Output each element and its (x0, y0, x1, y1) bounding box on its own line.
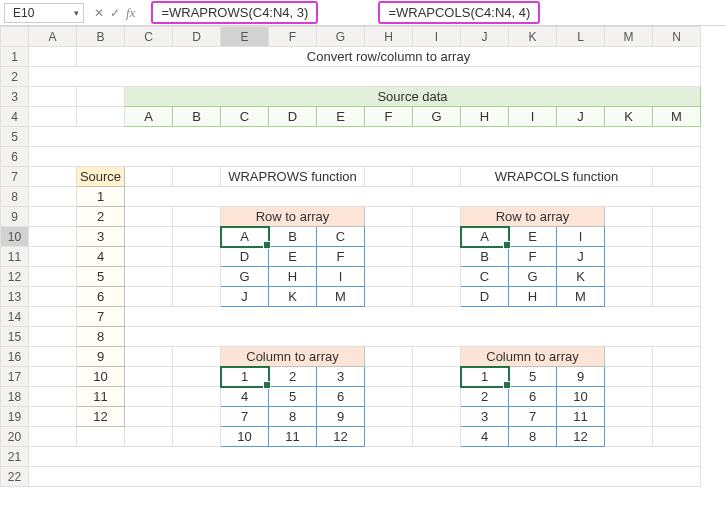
row-header[interactable]: 21 (1, 447, 29, 467)
source-col-header[interactable]: Source (77, 167, 125, 187)
result-cell[interactable]: 2 (269, 367, 317, 387)
select-all-corner[interactable] (1, 27, 29, 47)
result-cell[interactable]: 1 (461, 367, 509, 387)
source-row-cell[interactable]: D (269, 107, 317, 127)
result-cell[interactable]: B (269, 227, 317, 247)
col-header[interactable]: A (29, 27, 77, 47)
result-cell[interactable]: 5 (509, 367, 557, 387)
row-header[interactable]: 14 (1, 307, 29, 327)
enter-icon[interactable]: ✓ (110, 6, 120, 20)
source-col-cell[interactable]: 12 (77, 407, 125, 427)
source-col-cell[interactable]: 6 (77, 287, 125, 307)
result-cell[interactable]: 8 (509, 427, 557, 447)
row-header[interactable]: 1 (1, 47, 29, 67)
result-cell[interactable]: B (461, 247, 509, 267)
result-cell[interactable]: 3 (461, 407, 509, 427)
row-header[interactable]: 16 (1, 347, 29, 367)
col-header[interactable]: J (461, 27, 509, 47)
wraprows-title[interactable]: WRAPROWS function (221, 167, 365, 187)
source-col-cell[interactable]: 2 (77, 207, 125, 227)
source-col-cell[interactable]: 11 (77, 387, 125, 407)
row-header[interactable]: 5 (1, 127, 29, 147)
row-header[interactable]: 8 (1, 187, 29, 207)
source-col-cell[interactable]: 1 (77, 187, 125, 207)
spreadsheet-grid[interactable]: A B C D E F G H I J K L M N 1 Convert ro… (0, 26, 726, 487)
main-title[interactable]: Convert row/column to array (77, 47, 701, 67)
col-to-array-header[interactable]: Column to array (461, 347, 605, 367)
source-col-cell[interactable]: 4 (77, 247, 125, 267)
result-cell[interactable]: 11 (557, 407, 605, 427)
col-header[interactable]: H (365, 27, 413, 47)
cell[interactable] (29, 67, 701, 87)
wrapcols-title[interactable]: WRAPCOLS function (461, 167, 653, 187)
result-cell[interactable]: F (509, 247, 557, 267)
result-cell[interactable]: 5 (269, 387, 317, 407)
result-cell[interactable]: K (557, 267, 605, 287)
result-cell[interactable]: A (461, 227, 509, 247)
row-header[interactable]: 2 (1, 67, 29, 87)
col-header[interactable]: F (269, 27, 317, 47)
result-cell[interactable]: 4 (221, 387, 269, 407)
row-header[interactable]: 9 (1, 207, 29, 227)
result-cell[interactable]: E (269, 247, 317, 267)
result-cell[interactable]: 4 (461, 427, 509, 447)
result-cell[interactable]: A (221, 227, 269, 247)
result-cell[interactable]: 7 (221, 407, 269, 427)
col-header[interactable]: I (413, 27, 461, 47)
row-header[interactable]: 20 (1, 427, 29, 447)
row-header[interactable]: 4 (1, 107, 29, 127)
col-header[interactable]: M (605, 27, 653, 47)
result-cell[interactable]: G (221, 267, 269, 287)
source-col-cell[interactable]: 7 (77, 307, 125, 327)
source-row-cell[interactable]: E (317, 107, 365, 127)
row-to-array-header[interactable]: Row to array (461, 207, 605, 227)
col-header[interactable]: E (221, 27, 269, 47)
result-cell[interactable]: 9 (317, 407, 365, 427)
result-cell[interactable]: 3 (317, 367, 365, 387)
source-col-cell[interactable]: 9 (77, 347, 125, 367)
cell[interactable] (29, 47, 77, 67)
row-header[interactable]: 11 (1, 247, 29, 267)
result-cell[interactable]: G (509, 267, 557, 287)
result-cell[interactable]: D (461, 287, 509, 307)
source-row-cell[interactable]: F (365, 107, 413, 127)
row-header[interactable]: 10 (1, 227, 29, 247)
source-row-cell[interactable]: K (605, 107, 653, 127)
result-cell[interactable]: 12 (317, 427, 365, 447)
cancel-icon[interactable]: ✕ (94, 6, 104, 20)
source-row-cell[interactable]: C (221, 107, 269, 127)
result-cell[interactable]: J (557, 247, 605, 267)
source-row-cell[interactable]: B (173, 107, 221, 127)
result-cell[interactable]: D (221, 247, 269, 267)
source-row-cell[interactable]: I (509, 107, 557, 127)
result-cell[interactable]: K (269, 287, 317, 307)
source-row-cell[interactable]: A (125, 107, 173, 127)
formula-input-area[interactable]: =WRAPROWS(C4:N4, 3) =WRAPCOLS(C4:N4, 4) (145, 1, 722, 24)
fx-icon[interactable]: fx (126, 5, 135, 21)
row-header[interactable]: 17 (1, 367, 29, 387)
result-cell[interactable]: 9 (557, 367, 605, 387)
result-cell[interactable]: 2 (461, 387, 509, 407)
row-header[interactable]: 13 (1, 287, 29, 307)
source-col-cell[interactable]: 8 (77, 327, 125, 347)
name-box[interactable]: E10 ▾ (4, 3, 84, 23)
source-col-cell[interactable]: 3 (77, 227, 125, 247)
col-header[interactable]: B (77, 27, 125, 47)
source-row-cell[interactable]: G (413, 107, 461, 127)
result-cell[interactable]: 12 (557, 427, 605, 447)
row-header[interactable]: 6 (1, 147, 29, 167)
col-header[interactable]: D (173, 27, 221, 47)
result-cell[interactable]: 8 (269, 407, 317, 427)
result-cell[interactable]: E (509, 227, 557, 247)
result-cell[interactable]: H (269, 267, 317, 287)
source-row-cell[interactable]: M (653, 107, 701, 127)
result-cell[interactable]: J (221, 287, 269, 307)
result-cell[interactable]: 1 (221, 367, 269, 387)
result-cell[interactable]: F (317, 247, 365, 267)
result-cell[interactable]: M (557, 287, 605, 307)
result-cell[interactable]: H (509, 287, 557, 307)
source-col-cell[interactable]: 10 (77, 367, 125, 387)
source-row-cell[interactable]: J (557, 107, 605, 127)
col-header[interactable]: N (653, 27, 701, 47)
chevron-down-icon[interactable]: ▾ (74, 8, 79, 18)
